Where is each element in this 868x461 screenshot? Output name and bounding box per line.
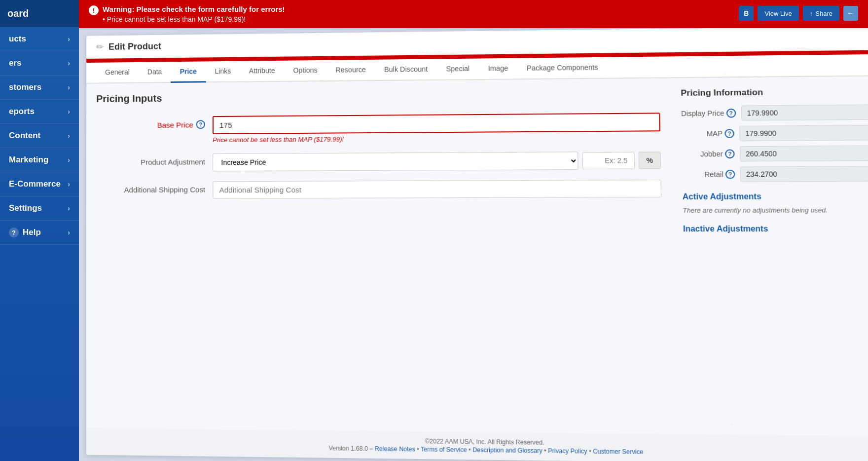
sidebar-title: oard (7, 8, 29, 19)
sidebar-header: oard (0, 0, 79, 27)
tab-links[interactable]: Links (206, 61, 240, 83)
footer-sep3: • (544, 447, 548, 455)
base-price-help-icon[interactable]: ? (196, 120, 205, 129)
chevron-right-icon: › (68, 35, 70, 43)
retail-value: 234.2700 (740, 166, 868, 182)
jobber-value: 260.4500 (740, 146, 868, 162)
page-title: Edit Product (108, 41, 161, 52)
share-label: Share (815, 10, 832, 17)
product-adjustment-input-wrap: Increase Price Decrease Price Percentage… (213, 151, 661, 171)
tab-image[interactable]: Image (479, 58, 518, 80)
sidebar-item-content[interactable]: Content › (0, 124, 79, 148)
sidebar-item-ecommerce[interactable]: E-Commerce › (0, 172, 79, 196)
display-price-help-icon[interactable]: ? (726, 109, 736, 118)
adjustment-select[interactable]: Increase Price Decrease Price Percentage… (213, 152, 578, 171)
warning-icon: ! (89, 5, 99, 15)
tab-general[interactable]: General (96, 62, 139, 84)
footer-release-notes-link[interactable]: Release Notes (375, 445, 415, 453)
pricing-information-title: Pricing Information (681, 86, 868, 98)
display-price-value: 179.9900 (741, 104, 868, 120)
sidebar-item-products-label: ucts (9, 34, 26, 44)
pricing-inputs-title: Pricing Inputs (96, 88, 660, 105)
retail-help-icon[interactable]: ? (725, 170, 735, 179)
active-adjustments-title: Active Adjustments (683, 192, 868, 201)
sidebar-item-products[interactable]: ucts › (0, 27, 79, 51)
active-adjustments-section: Active Adjustments There are currently n… (683, 192, 868, 214)
base-price-label: Base Price ? (96, 116, 205, 129)
tab-options[interactable]: Options (284, 60, 326, 82)
jobber-label: Jobber ? (682, 149, 734, 158)
adjustment-value-input[interactable] (582, 152, 634, 169)
product-adjustment-label: Product Adjustment (96, 154, 205, 166)
map-row: MAP ? 179.9900 (681, 125, 868, 142)
sidebar-item-orders-label: ers (9, 58, 22, 68)
adjustment-controls: Increase Price Decrease Price Percentage… (213, 151, 661, 171)
jobber-help-icon[interactable]: ? (725, 149, 735, 158)
chevron-right-icon: › (68, 83, 70, 91)
tab-price[interactable]: Price (171, 61, 206, 83)
tab-package-components[interactable]: Package Components (517, 57, 608, 80)
main-content: ✏ Edit Product ✕ General Data Price Link… (86, 26, 868, 461)
sidebar-item-help[interactable]: ? Help › (0, 221, 79, 245)
additional-shipping-label: Additional Shipping Cost (96, 181, 205, 194)
sidebar-item-reports-label: eports (9, 107, 35, 116)
pricing-inputs-panel: Pricing Inputs Base Price ? Price cannot… (96, 88, 665, 430)
base-price-input-wrap: Price cannot be set less than MAP ($179.… (213, 113, 660, 144)
sidebar-item-marketing-label: Marketing (9, 155, 48, 165)
tab-special[interactable]: Special (437, 59, 479, 80)
chevron-right-icon: › (68, 180, 70, 188)
chevron-right-icon: › (68, 108, 70, 115)
sidebar-item-content-label: Content (9, 131, 40, 141)
sidebar-item-customers[interactable]: stomers › (0, 76, 79, 100)
content-area: Pricing Inputs Base Price ? Price cannot… (86, 76, 868, 443)
warning-main-text: Warning: Please check the form carefully… (103, 5, 285, 13)
b-button[interactable]: B (739, 6, 754, 21)
inactive-adjustments-title: Inactive Adjustments (683, 224, 868, 233)
tab-resource[interactable]: Resource (326, 60, 375, 81)
share-button[interactable]: ↑ Share (803, 6, 839, 21)
base-price-row: Base Price ? Price cannot be set less th… (96, 113, 660, 144)
retail-row: Retail ? 234.2700 (682, 166, 868, 182)
view-live-button[interactable]: View Live (758, 6, 798, 21)
sidebar-item-ecommerce-label: E-Commerce (9, 179, 61, 189)
chevron-right-icon: › (68, 132, 70, 140)
footer-sep1: • (417, 446, 421, 453)
share-icon: ↑ (810, 10, 813, 17)
base-price-error: Price cannot be set less than MAP ($179.… (213, 133, 660, 144)
map-label: MAP ? (682, 129, 734, 138)
product-adjustment-row: Product Adjustment Increase Price Decrea… (96, 151, 661, 172)
back-button[interactable]: ← (843, 6, 858, 21)
inactive-adjustments-section: Inactive Adjustments (683, 224, 868, 233)
sidebar: oard ucts › ers › stomers › eports › Con… (0, 0, 79, 461)
footer-terms-link[interactable]: Terms of Service (421, 446, 467, 454)
additional-shipping-row: Additional Shipping Cost (96, 180, 661, 199)
percent-button[interactable]: % (638, 152, 661, 169)
sidebar-item-settings-label: Settings (9, 203, 42, 213)
map-help-icon[interactable]: ? (724, 129, 734, 138)
additional-shipping-input-wrap (213, 180, 661, 198)
help-icon: ? (9, 228, 19, 237)
sidebar-item-settings[interactable]: Settings › (0, 196, 79, 221)
jobber-row: Jobber ? 260.4500 (682, 146, 868, 162)
sidebar-item-reports[interactable]: eports › (0, 100, 79, 124)
tab-attribute[interactable]: Attribute (240, 61, 285, 82)
sidebar-item-orders[interactable]: ers › (0, 51, 79, 76)
footer-privacy-link[interactable]: Privacy Policy (548, 447, 587, 455)
top-right-buttons: B View Live ↑ Share ← (739, 6, 858, 21)
pricing-information-panel: Pricing Information Display Price ? 179.… (681, 86, 868, 432)
display-price-label: Display Price ? (681, 109, 736, 118)
base-price-input[interactable] (213, 113, 660, 134)
sidebar-item-marketing[interactable]: Marketing › (0, 148, 79, 172)
sidebar-item-customers-label: stomers (9, 82, 41, 92)
active-adjustments-text: There are currently no adjustments being… (683, 206, 868, 214)
view-live-label: View Live (764, 10, 792, 17)
display-price-row: Display Price ? 179.9900 (681, 104, 868, 121)
footer-customer-service-link[interactable]: Customer Service (593, 448, 643, 456)
additional-shipping-input[interactable] (213, 180, 661, 198)
sidebar-item-help-label: Help (23, 228, 41, 237)
tab-bulk-discount[interactable]: Bulk Discount (375, 59, 437, 81)
tab-data[interactable]: Data (139, 62, 171, 83)
chevron-right-icon: › (68, 229, 70, 236)
footer-version: Version 1.68.0 – (328, 445, 373, 452)
footer-description-link[interactable]: Description and Glossary (472, 446, 542, 454)
